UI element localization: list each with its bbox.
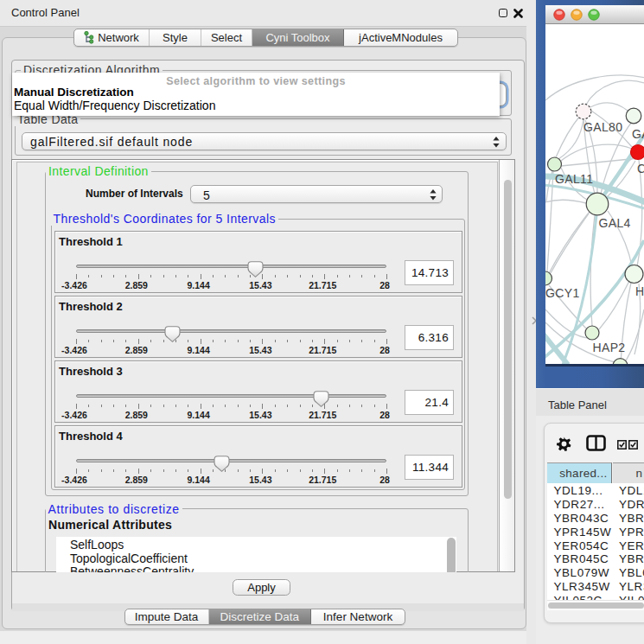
svg-text:GAL4: GAL4 — [599, 216, 631, 230]
svg-text:GAL11: GAL11 — [555, 172, 593, 186]
svg-text:C: C — [637, 162, 644, 175]
svg-text:GAL: GAL — [632, 127, 644, 141]
svg-text:HAP2: HAP2 — [593, 341, 626, 354]
svg-text:GAL80: GAL80 — [583, 120, 622, 134]
svg-text:GCY1: GCY1 — [545, 286, 580, 300]
svg-text:H: H — [635, 284, 644, 298]
